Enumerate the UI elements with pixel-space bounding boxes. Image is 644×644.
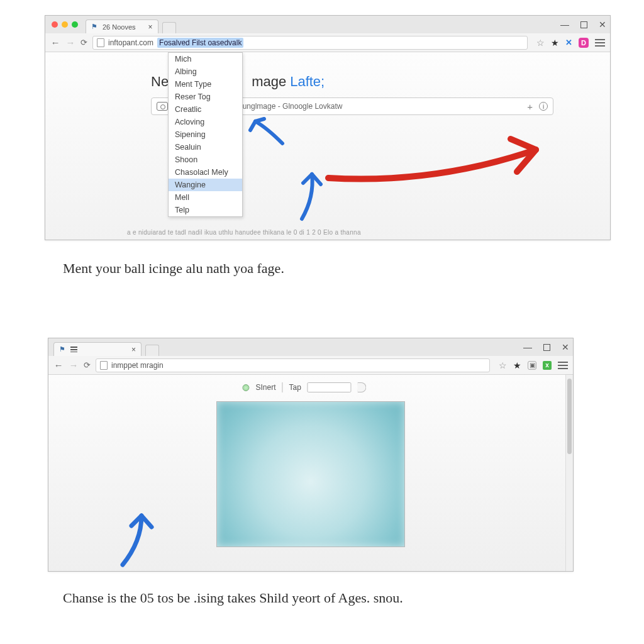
browser-window-1: 26 Nooves × — ✕ ← → ⟳ inftopant.com Fosa… (45, 15, 611, 240)
reload-button[interactable]: ⟳ (80, 38, 87, 47)
autocomplete-item[interactable]: Sipening (169, 128, 242, 141)
instruction-caption-2: Chanse is the 05 tos be .ising takes Shi… (63, 589, 579, 608)
status-dot-icon (242, 384, 249, 391)
bookmark-star-outline-icon[interactable]: ☆ (536, 38, 545, 48)
browser-tab-active[interactable]: × (53, 342, 142, 356)
autocomplete-item[interactable]: Sealuin (169, 141, 242, 153)
separator (282, 382, 282, 392)
autocomplete-item[interactable]: Telp (169, 204, 242, 216)
page-mini-toolbar: SInert Tap (242, 382, 366, 392)
page-content: Ne mage Lafte; ounglmage - Glnoogle Lovk… (45, 52, 610, 240)
tab-close-icon[interactable]: × (148, 23, 153, 31)
mac-close-button[interactable] (52, 21, 58, 28)
toolbar-actions: ☆ ★ ✕ D (536, 38, 605, 48)
menu-button[interactable] (558, 362, 568, 369)
extension-blue-icon[interactable]: ✕ (565, 38, 572, 47)
bookmark-star-icon[interactable]: ★ (513, 360, 521, 370)
mac-zoom-button[interactable] (72, 21, 78, 28)
annotation-arrow-red-icon (322, 128, 561, 197)
bookmark-star-outline-icon[interactable]: ☆ (499, 360, 507, 370)
window-minimize-button[interactable]: — (523, 342, 532, 352)
titlebar: × — ✕ (48, 338, 573, 356)
back-button[interactable]: ← (53, 360, 64, 370)
extension-green-icon[interactable]: x (543, 361, 552, 370)
page-footer-text: a e niduiarad te tadl nadil ikua uthlu h… (127, 229, 585, 236)
address-domain: inftopant.com (108, 38, 153, 47)
mini-label-1: SInert (255, 383, 275, 392)
tab-favicon-icon (59, 346, 67, 353)
autocomplete-item[interactable]: Chasolacl Mely (169, 166, 242, 179)
window-minimize-button[interactable]: — (560, 19, 569, 30)
scrollbar-thumb[interactable] (567, 379, 572, 454)
menu-button[interactable] (595, 39, 605, 47)
tab-strip: × (53, 338, 159, 356)
forward-button[interactable]: → (65, 37, 75, 48)
page-heading-part1: Ne (151, 74, 169, 90)
camera-icon[interactable] (157, 102, 168, 111)
toolbar-actions: ☆ ★ ▣ x (499, 360, 568, 370)
tab-menu-icon (70, 347, 77, 352)
autocomplete-item[interactable]: Albing (169, 65, 242, 78)
tab-close-icon[interactable]: × (131, 345, 136, 354)
address-bar[interactable]: inmppet mragin (96, 358, 490, 372)
titlebar: 26 Nooves × — ✕ (45, 16, 610, 33)
tab-favicon-icon (91, 23, 99, 31)
autocomplete-item[interactable]: Ment Type (169, 78, 242, 91)
page-heading-accent: Lafte; (290, 74, 325, 90)
browser-tab-active[interactable]: 26 Nooves × (86, 19, 158, 33)
autocomplete-item[interactable]: Shoon (169, 153, 242, 166)
bookmark-star-icon[interactable]: ★ (551, 38, 559, 48)
tab-strip: 26 Nooves × (86, 16, 176, 33)
image-preview-pane[interactable] (216, 401, 405, 547)
browser-window-2: × — ✕ ← → ⟳ inmppet mragin ☆ ★ ▣ x SIner… (48, 338, 574, 572)
window-maximize-button[interactable] (580, 21, 587, 28)
page-icon (97, 38, 104, 47)
mini-input[interactable] (308, 382, 352, 392)
window-controls: — ✕ (560, 16, 606, 33)
mini-label-2: Tap (289, 383, 301, 392)
forward-button[interactable]: → (69, 360, 79, 370)
extension-info-icon[interactable]: ▣ (528, 361, 536, 370)
address-text: inmppet mragin (111, 361, 164, 370)
window-maximize-button[interactable] (543, 344, 550, 351)
autocomplete-item[interactable]: Mell (169, 191, 242, 204)
mini-endcap (358, 382, 367, 392)
page-heading-part2: mage (252, 74, 286, 90)
window-controls: — ✕ (523, 338, 569, 356)
toolbar: ← → ⟳ inftopant.com Fosalved Filst oased… (45, 33, 610, 52)
add-icon[interactable]: + (527, 101, 533, 112)
page-content: SInert Tap (48, 375, 573, 571)
address-autocomplete-highlight: Fosalved Filst oasedvalk (157, 38, 243, 48)
autocomplete-item-highlighted[interactable]: Wangine (169, 179, 242, 191)
instruction-caption-1: Ment your ball icinge alu nath yoa fage. (63, 259, 579, 278)
annotation-arrow-blue-up-icon (114, 507, 164, 570)
annotation-arrow-blue-small-icon (248, 115, 292, 153)
mac-traffic-lights (45, 21, 78, 28)
annotation-arrow-blue-up-icon (289, 165, 327, 222)
extension-pink-icon[interactable]: D (579, 38, 589, 48)
reload-button[interactable]: ⟳ (84, 360, 91, 370)
window-close-button[interactable]: ✕ (562, 342, 569, 352)
info-icon[interactable]: i (539, 102, 548, 111)
autocomplete-item[interactable]: Acloving (169, 116, 242, 128)
autocomplete-item[interactable]: Mich (169, 53, 242, 65)
tab-title: 26 Nooves (103, 23, 136, 31)
window-close-button[interactable]: ✕ (599, 19, 606, 30)
autocomplete-item[interactable]: Reser Tog (169, 91, 242, 103)
search-text: ounglmage - Glnoogle Lovkatw (238, 102, 342, 111)
address-bar[interactable]: inftopant.com Fosalved Filst oasedvalk (92, 36, 528, 50)
back-button[interactable]: ← (50, 37, 60, 48)
autocomplete-item[interactable]: Creatlic (169, 103, 242, 116)
toolbar: ← → ⟳ inmppet mragin ☆ ★ ▣ x (48, 356, 573, 375)
autocomplete-dropdown: Mich Albing Ment Type Reser Tog Creatlic… (168, 52, 243, 217)
vertical-scrollbar[interactable] (565, 375, 573, 571)
new-tab-button[interactable] (145, 345, 159, 356)
mac-minimize-button[interactable] (62, 21, 68, 28)
new-tab-button[interactable] (162, 22, 176, 33)
page-icon (100, 361, 108, 370)
